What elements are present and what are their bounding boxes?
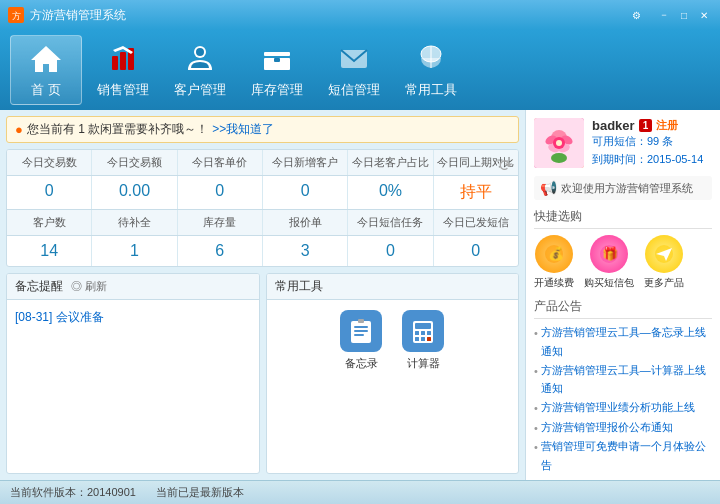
settings-button[interactable]: ⚙ <box>628 8 644 22</box>
stats-value-row1: 0 0.00 0 0 0% 持平 <box>7 176 518 210</box>
stats-header-row1: 今日交易数 今日交易额 今日客单价 今日新增客户 今日老客户占比 今日同上期对比 <box>7 150 518 176</box>
notification-bar: ● 您当前有 1 款闲置需要补齐哦～！ >>我知道了 <box>6 116 519 143</box>
user-details: badker 1 注册 可用短信：99 条 到期时间：2015-05-14 <box>592 118 712 168</box>
left-panel: ● 您当前有 1 款闲置需要补齐哦～！ >>我知道了 今日交易数 今日交易额 今… <box>0 110 525 480</box>
announce-item-4[interactable]: • 营销管理可免费申请一个月体验公告 <box>534 437 712 474</box>
status-bar: 当前软件版本：20140901 当前已是最新版本 <box>0 480 720 504</box>
nav-home-label: 首 页 <box>31 81 61 99</box>
nav-bar: 首 页 销售管理 客户管理 <box>0 30 720 110</box>
svg-rect-18 <box>354 330 368 332</box>
register-link[interactable]: 注册 <box>656 118 678 133</box>
quick-link-recharge[interactable]: 💰 开通续费 <box>534 235 574 290</box>
user-name-row: badker 1 注册 <box>592 118 712 133</box>
svg-rect-9 <box>264 52 290 56</box>
memo-panel: 备忘提醒 ◎ 刷新 [08-31] 会议准备 <box>6 273 260 474</box>
main-content: ● 您当前有 1 款闲置需要补齐哦～！ >>我知道了 今日交易数 今日交易额 今… <box>0 110 720 480</box>
stats-refresh-button[interactable]: ⟳ <box>499 156 512 175</box>
memo-item[interactable]: [08-31] 会议准备 <box>15 308 251 327</box>
memo-title: 备忘提醒 <box>15 278 63 295</box>
announce-item-3[interactable]: • 方游营销管理报价公布通知 <box>534 418 712 438</box>
sms-icon <box>336 41 372 77</box>
stat-value-quote: 3 <box>263 236 348 266</box>
announce-item-0[interactable]: • 方游营销管理云工具—备忘录上线通知 <box>534 323 712 360</box>
nav-sales-label: 销售管理 <box>97 81 149 99</box>
sms-buy-icon: 🎁 <box>590 235 628 273</box>
svg-rect-22 <box>415 323 431 329</box>
stat-header-customer-count: 客户数 <box>7 210 92 235</box>
stat-value-trade-count: 0 <box>7 176 92 209</box>
svg-rect-20 <box>358 319 364 323</box>
nav-tools-label: 常用工具 <box>405 81 457 99</box>
quick-link-sms-buy[interactable]: 🎁 购买短信包 <box>584 235 634 290</box>
stat-value-sms-task: 0 <box>348 236 433 266</box>
announce-item-1[interactable]: • 方游营销管理云工具—计算器上线通知 <box>534 361 712 398</box>
svg-point-8 <box>196 48 204 56</box>
quick-link-more-products[interactable]: 更多产品 <box>644 235 684 290</box>
app-icon: 方 <box>8 7 24 23</box>
tools-icon <box>413 41 449 77</box>
stat-header-new-customer: 今日新增客户 <box>263 150 348 175</box>
stat-header-sms-task: 今日短信任务 <box>348 210 433 235</box>
svg-rect-17 <box>354 326 368 328</box>
memo-panel-header: 备忘提醒 ◎ 刷新 <box>7 274 259 300</box>
user-info-section: badker 1 注册 可用短信：99 条 到期时间：2015-05-14 <box>534 118 712 168</box>
stat-value-inventory: 6 <box>178 236 263 266</box>
svg-text:方: 方 <box>12 11 21 21</box>
customer-icon <box>182 41 218 77</box>
bullet-0: • <box>534 324 538 343</box>
version-label: 当前软件版本：20140901 <box>10 485 136 500</box>
stat-header-trade-count: 今日交易数 <box>7 150 92 175</box>
nav-sms[interactable]: 短信管理 <box>318 35 390 105</box>
nav-customer[interactable]: 客户管理 <box>164 35 236 105</box>
svg-rect-23 <box>415 331 419 335</box>
stats-value-row2: 14 1 6 3 0 0 <box>7 236 518 266</box>
nav-tools[interactable]: 常用工具 <box>395 35 467 105</box>
bullet-3: • <box>534 419 538 438</box>
svg-point-36 <box>556 140 562 146</box>
stat-value-compare: 持平 <box>434 176 518 209</box>
calc-tool-label: 计算器 <box>407 356 440 371</box>
announce-item-2[interactable]: • 方游营销管理业绩分析功能上线 <box>534 398 712 418</box>
sms-buy-label: 购买短信包 <box>584 276 634 290</box>
expire-date-line: 到期时间：2015-05-14 <box>592 151 712 169</box>
stat-header-pending: 待补全 <box>92 210 177 235</box>
quick-links-section: 快捷选购 💰 开通续费 🎁 <box>534 208 712 290</box>
speaker-icon: 📢 <box>540 180 557 196</box>
minimize-button[interactable]: － <box>656 8 672 22</box>
close-button[interactable]: ✕ <box>696 8 712 22</box>
announce-text-2: 方游营销管理业绩分析功能上线 <box>541 398 695 417</box>
notification-link[interactable]: >>我知道了 <box>212 121 274 138</box>
stats-section: 今日交易数 今日交易额 今日客单价 今日新增客户 今日老客户占比 今日同上期对比… <box>6 149 519 267</box>
stat-value-trade-amount: 0.00 <box>92 176 177 209</box>
svg-rect-26 <box>415 337 419 341</box>
maximize-button[interactable]: □ <box>676 8 692 22</box>
tool-calculator[interactable]: 计算器 <box>402 310 444 371</box>
recharge-icon: 💰 <box>535 235 573 273</box>
memo-tool-label: 备忘录 <box>345 356 378 371</box>
announce-text-0: 方游营销管理云工具—备忘录上线通知 <box>541 323 712 360</box>
svg-point-37 <box>551 153 567 163</box>
stat-header-trade-amount: 今日交易额 <box>92 150 177 175</box>
announcements-section: 产品公告 • 方游营销管理云工具—备忘录上线通知 • 方游营销管理云工具—计算器… <box>534 298 712 475</box>
latest-label: 当前已是最新版本 <box>156 485 244 500</box>
bullet-1: • <box>534 362 538 381</box>
nav-sales[interactable]: 销售管理 <box>87 35 159 105</box>
tools-grid: 备忘录 <box>267 300 519 381</box>
welcome-section: 📢 欢迎使用方游营销管理系统 <box>534 176 712 200</box>
stat-header-avg-price: 今日客单价 <box>178 150 263 175</box>
memo-refresh-button[interactable]: ◎ 刷新 <box>71 279 107 294</box>
more-products-label: 更多产品 <box>644 276 684 290</box>
bullet-2: • <box>534 399 538 418</box>
nav-inventory[interactable]: 库存管理 <box>241 35 313 105</box>
tools-panel: 常用工具 备忘录 <box>266 273 520 474</box>
tool-memo[interactable]: 备忘录 <box>340 310 382 371</box>
stat-value-customer-count: 14 <box>7 236 92 266</box>
announce-text-3: 方游营销管理报价公布通知 <box>541 418 673 437</box>
nav-home[interactable]: 首 页 <box>10 35 82 105</box>
sms-count-line: 可用短信：99 条 <box>592 133 712 151</box>
svg-rect-27 <box>421 337 425 341</box>
stat-value-sms-sent: 0 <box>434 236 518 266</box>
stat-value-avg-price: 0 <box>178 176 263 209</box>
memo-text: 会议准备 <box>56 310 104 324</box>
welcome-text: 欢迎使用方游营销管理系统 <box>561 181 693 196</box>
